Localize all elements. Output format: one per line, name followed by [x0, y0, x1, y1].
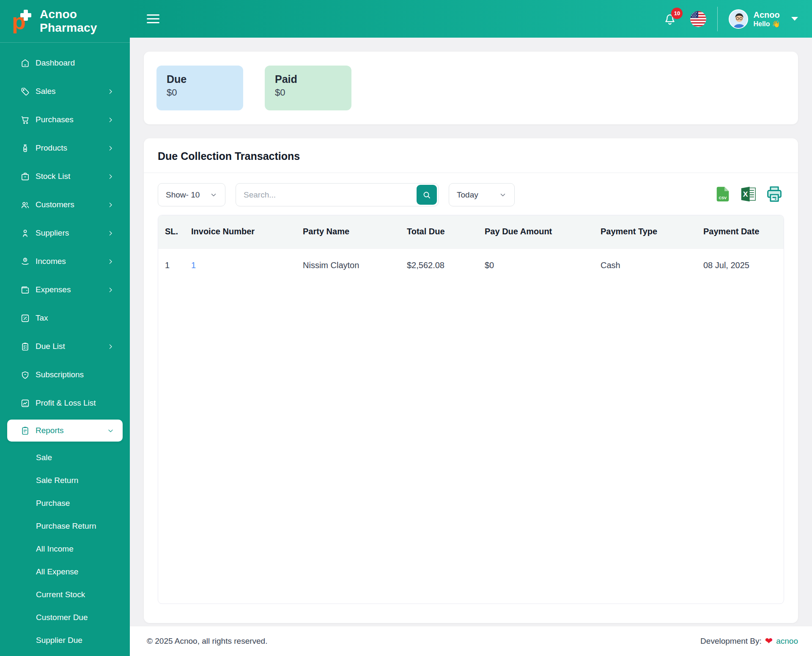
sidebar-item-label: Products: [36, 143, 107, 153]
menu-toggle-icon[interactable]: [147, 14, 159, 23]
home-icon: [20, 58, 30, 68]
box-icon: [20, 171, 30, 181]
sidebar-item-subscriptions[interactable]: Subscriptions: [7, 363, 123, 387]
stat-title: Paid: [275, 73, 341, 85]
shield-icon: [20, 370, 30, 380]
export-buttons: CSVX: [713, 185, 784, 205]
user-menu[interactable]: Acnoo Hello 👋: [729, 9, 798, 29]
sidebar-item-customers[interactable]: Customers: [7, 193, 123, 217]
export-excel-button[interactable]: X: [739, 185, 758, 205]
sidebar-item-dashboard[interactable]: Dashboard: [7, 51, 123, 75]
heart-icon: ❤: [765, 637, 773, 646]
export-print-button[interactable]: [765, 185, 784, 205]
sidebar-subitem-customer-due[interactable]: Customer Due: [0, 606, 130, 629]
invoice-link[interactable]: 1: [191, 261, 196, 270]
column-header-pay-due-amount: Pay Due Amount: [478, 215, 594, 248]
topbar: 10: [130, 0, 812, 38]
sidebar-item-label: Suppliers: [36, 228, 107, 238]
cell-payment-type: Cash: [594, 248, 697, 282]
summary-card: Due$0Paid$0: [144, 52, 798, 124]
due-collection-card: Due Collection Transactions Show- 10: [144, 138, 798, 623]
user-texts: Acnoo Hello 👋: [753, 10, 780, 28]
language-flag-button[interactable]: [690, 11, 706, 27]
chevron-right-icon: [107, 343, 114, 350]
users-icon: [20, 200, 30, 210]
user-icon: [20, 228, 30, 238]
sidebar-item-stock-list[interactable]: Stock List: [7, 165, 123, 188]
cell-sl: 1: [158, 248, 184, 282]
svg-text:X: X: [743, 190, 748, 198]
sidebar-item-expenses[interactable]: Expenses: [7, 278, 123, 302]
sidebar-item-profit-loss-list[interactable]: Profit & Loss List: [7, 391, 123, 415]
sidebar-item-label: Due List: [36, 342, 107, 351]
paid-stat-card: Paid$0: [265, 66, 351, 110]
brand-header[interactable]: p Acnoo Pharmacy: [0, 0, 130, 43]
bottle-icon: [20, 143, 30, 153]
notifications-button[interactable]: 10: [662, 11, 678, 27]
stat-title: Due: [167, 73, 233, 85]
chevron-right-icon: [107, 286, 114, 294]
sidebar-item-reports[interactable]: Reports: [7, 420, 123, 442]
chevron-down-icon: [791, 17, 798, 21]
table-row: 11Nissim Clayton$2,562.08$0Cash08 Jul, 2…: [158, 248, 784, 282]
sidebar-subitem-sale-return[interactable]: Sale Return: [0, 469, 130, 492]
table-head: SL.Invoice NumberParty NameTotal DuePay …: [158, 215, 784, 248]
show-entries-select[interactable]: Show- 10: [158, 183, 225, 206]
column-header-payment-date: Payment Date: [697, 215, 784, 248]
column-header-invoice-number: Invoice Number: [184, 215, 296, 248]
export-csv-button[interactable]: CSV: [713, 185, 732, 205]
table-header-row: SL.Invoice NumberParty NameTotal DuePay …: [158, 215, 784, 248]
clipboard-check-icon: [20, 341, 30, 351]
sidebar-nav: DashboardSalesPurchasesProductsStock Lis…: [0, 43, 130, 656]
sidebar-item-label: Profit & Loss List: [36, 398, 123, 408]
sidebar-item-purchases[interactable]: Purchases: [7, 108, 123, 132]
cell-payment-date: 08 Jul, 2025: [697, 248, 784, 282]
footer: © 2025 Acnoo, all rights reserved. Devel…: [130, 626, 812, 656]
column-header-total-due: Total Due: [400, 215, 478, 248]
stat-value: $0: [275, 87, 341, 98]
us-flag-icon: [690, 11, 706, 27]
sidebar-subitem-sale[interactable]: Sale: [0, 446, 130, 469]
chevron-right-icon: [107, 173, 114, 180]
column-header-payment-type: Payment Type: [594, 215, 697, 248]
sidebar-item-label: Tax: [36, 313, 123, 323]
content-area: Due$0Paid$0 Due Collection Transactions …: [130, 38, 812, 626]
chevron-down-icon: [499, 191, 507, 199]
notification-count-badge: 10: [671, 8, 683, 19]
due-stat-card: Due$0: [156, 66, 243, 110]
user-name: Acnoo: [753, 10, 780, 20]
search-input[interactable]: [236, 183, 439, 206]
developer-link[interactable]: acnoo: [776, 637, 798, 646]
chevron-right-icon: [107, 201, 114, 209]
percent-icon: [20, 313, 30, 323]
topbar-divider: [717, 7, 718, 31]
sidebar-item-label: Dashboard: [36, 58, 123, 68]
sidebar-item-suppliers[interactable]: Suppliers: [7, 221, 123, 245]
transactions-table-wrap: SL.Invoice NumberParty NameTotal DuePay …: [158, 215, 784, 604]
sidebar-subitem-all-income[interactable]: All Income: [0, 538, 130, 560]
sidebar-subitem-purchase[interactable]: Purchase: [0, 492, 130, 515]
chevron-right-icon: [107, 145, 114, 152]
sidebar-subitem-all-expense[interactable]: All Expense: [0, 560, 130, 583]
sidebar-item-products[interactable]: Products: [7, 136, 123, 160]
sidebar-item-sales[interactable]: Sales: [7, 80, 123, 103]
column-header-party-name: Party Name: [296, 215, 400, 248]
chevron-right-icon: [107, 88, 114, 95]
sidebar-item-label: Incomes: [36, 257, 107, 266]
copyright-text: © 2025 Acnoo, all rights reserved.: [147, 637, 267, 646]
sidebar-item-label: Sales: [36, 87, 107, 96]
cell-pay-due: $0: [478, 248, 594, 282]
svg-text:CSV: CSV: [719, 196, 727, 200]
date-filter-select[interactable]: Today: [449, 183, 515, 206]
sidebar-item-incomes[interactable]: $Incomes: [7, 250, 123, 273]
cell-total-due: $2,562.08: [400, 248, 478, 282]
sidebar-subitem-current-stock[interactable]: Current Stock: [0, 583, 130, 606]
column-header-sl: SL.: [158, 215, 184, 248]
sidebar-subitem-purchase-return[interactable]: Purchase Return: [0, 515, 130, 538]
chevron-right-icon: [107, 116, 114, 124]
sidebar-item-tax[interactable]: Tax: [7, 306, 123, 330]
sidebar-subitem-supplier-due[interactable]: Supplier Due: [0, 629, 130, 652]
sidebar-item-due-list[interactable]: Due List: [7, 335, 123, 358]
date-filter-value: Today: [457, 190, 478, 200]
search-button[interactable]: [417, 185, 437, 205]
